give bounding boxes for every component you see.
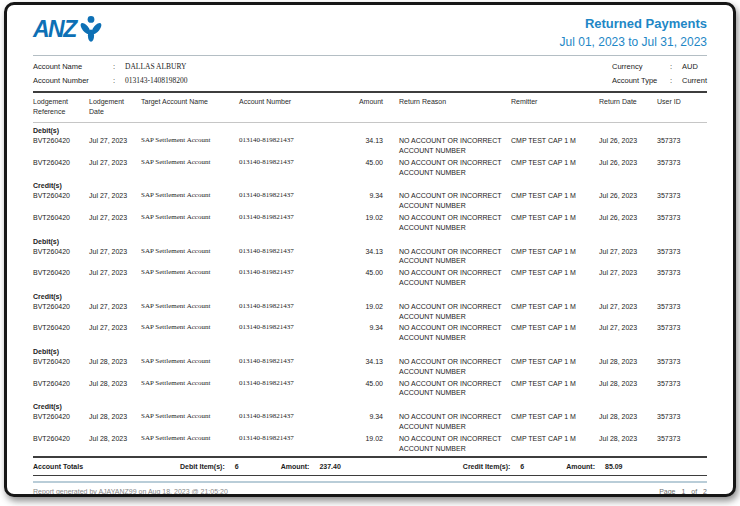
account-info-left: Account Name : DALLAS ALBURY Account Num… xyxy=(33,60,188,87)
anz-lotus-icon xyxy=(79,15,103,42)
cell-user-id: 357373 xyxy=(657,302,709,322)
report-footer: Report generated by AJAYANZ99 on Aug 18,… xyxy=(33,483,707,497)
cell-target-account-name: SAP Settlement Account xyxy=(141,379,239,399)
cell-user-id: 357373 xyxy=(657,268,709,288)
cell-return-date: Jul 27, 2023 xyxy=(599,302,657,322)
cell-user-id: 357373 xyxy=(657,191,709,211)
cell-return-date: Jul 26, 2023 xyxy=(599,191,657,211)
cell-lodgement-date: Jul 27, 2023 xyxy=(89,136,141,156)
cell-user-id: 357373 xyxy=(657,434,709,454)
cell-lodgement-reference: BVT260420 xyxy=(33,412,89,432)
section-label: Credit(s) xyxy=(33,178,707,190)
account-totals-row: Account Totals Debit Item(s): 6 Amount: … xyxy=(33,456,707,476)
section-label: Debit(s) xyxy=(33,344,707,356)
cell-remitter: CMP TEST CAP 1 M xyxy=(511,379,599,399)
credit-items-label: Credit Item(s): xyxy=(463,463,510,470)
cell-target-account-name: SAP Settlement Account xyxy=(141,412,239,432)
cell-remitter: CMP TEST CAP 1 M xyxy=(511,191,599,211)
cell-user-id: 357373 xyxy=(657,136,709,156)
cell-return-date: Jul 28, 2023 xyxy=(599,434,657,454)
cell-remitter: CMP TEST CAP 1 M xyxy=(511,268,599,288)
cell-target-account-name: SAP Settlement Account xyxy=(141,357,239,377)
cell-remitter: CMP TEST CAP 1 M xyxy=(511,357,599,377)
column-header-remitter: Remitter xyxy=(511,97,599,117)
cell-user-id: 357373 xyxy=(657,323,709,343)
cell-amount: 9.34 xyxy=(339,323,399,343)
cell-amount: 19.02 xyxy=(339,302,399,322)
cell-return-date: Jul 27, 2023 xyxy=(599,268,657,288)
table-header-row: Lodgement ReferenceLodgement DateTarget … xyxy=(33,93,707,123)
colon: : xyxy=(113,60,125,74)
account-type-label: Account Type xyxy=(612,74,670,88)
cell-target-account-name: SAP Settlement Account xyxy=(141,268,239,288)
colon: : xyxy=(670,74,682,88)
cell-lodgement-reference: BVT260420 xyxy=(33,268,89,288)
table-row: BVT260420Jul 28, 2023SAP Settlement Acco… xyxy=(33,411,707,433)
account-number-row: Account Number : 013143-1408198200 xyxy=(33,74,188,88)
cell-account-number: 013140-819821437 xyxy=(239,191,339,211)
cell-account-number: 013140-819821437 xyxy=(239,434,339,454)
cell-user-id: 357373 xyxy=(657,412,709,432)
cell-account-number: 013140-819821437 xyxy=(239,213,339,233)
cell-return-reason: NO ACCOUNT OR INCORRECT ACCOUNT NUMBER xyxy=(399,323,511,343)
credit-items-value: 6 xyxy=(520,463,524,470)
cell-return-reason: NO ACCOUNT OR INCORRECT ACCOUNT NUMBER xyxy=(399,302,511,322)
cell-lodgement-date: Jul 27, 2023 xyxy=(89,268,141,288)
cell-amount: 45.00 xyxy=(339,158,399,178)
cell-return-reason: NO ACCOUNT OR INCORRECT ACCOUNT NUMBER xyxy=(399,191,511,211)
cell-lodgement-date: Jul 27, 2023 xyxy=(89,323,141,343)
table-row: BVT260420Jul 27, 2023SAP Settlement Acco… xyxy=(33,267,707,289)
cell-lodgement-reference: BVT260420 xyxy=(33,136,89,156)
cell-amount: 45.00 xyxy=(339,379,399,399)
cell-target-account-name: SAP Settlement Account xyxy=(141,191,239,211)
cell-account-number: 013140-819821437 xyxy=(239,412,339,432)
table-row: BVT260420Jul 27, 2023SAP Settlement Acco… xyxy=(33,301,707,323)
cell-account-number: 013140-819821437 xyxy=(239,357,339,377)
cell-amount: 34.13 xyxy=(339,136,399,156)
cell-lodgement-reference: BVT260420 xyxy=(33,213,89,233)
cell-lodgement-reference: BVT260420 xyxy=(33,434,89,454)
cell-lodgement-reference: BVT260420 xyxy=(33,379,89,399)
footer-row: Report generated by AJAYANZ99 on Aug 18,… xyxy=(33,488,707,495)
table-row: BVT260420Jul 28, 2023SAP Settlement Acco… xyxy=(33,356,707,378)
table-row: BVT260420Jul 27, 2023SAP Settlement Acco… xyxy=(33,135,707,157)
anz-logo-text: ANZ xyxy=(33,16,76,43)
report-page: ANZ Returned Payments Jul 01, 2023 to Ju… xyxy=(4,2,736,497)
cell-return-reason: NO ACCOUNT OR INCORRECT ACCOUNT NUMBER xyxy=(399,434,511,454)
page-of-label: of xyxy=(691,488,697,495)
cell-amount: 45.00 xyxy=(339,268,399,288)
cell-lodgement-reference: BVT260420 xyxy=(33,158,89,178)
cell-lodgement-date: Jul 27, 2023 xyxy=(89,158,141,178)
page-label: Page xyxy=(659,488,675,495)
cell-return-date: Jul 28, 2023 xyxy=(599,379,657,399)
cell-return-date: Jul 26, 2023 xyxy=(599,213,657,233)
colon: : xyxy=(113,74,125,88)
cell-remitter: CMP TEST CAP 1 M xyxy=(511,434,599,454)
cell-target-account-name: SAP Settlement Account xyxy=(141,247,239,267)
cell-amount: 34.13 xyxy=(339,247,399,267)
cell-return-reason: NO ACCOUNT OR INCORRECT ACCOUNT NUMBER xyxy=(399,213,511,233)
cell-user-id: 357373 xyxy=(657,379,709,399)
cell-return-date: Jul 26, 2023 xyxy=(599,136,657,156)
cell-lodgement-date: Jul 28, 2023 xyxy=(89,379,141,399)
cell-target-account-name: SAP Settlement Account xyxy=(141,213,239,233)
account-totals-label: Account Totals xyxy=(33,463,180,470)
cell-return-reason: NO ACCOUNT OR INCORRECT ACCOUNT NUMBER xyxy=(399,379,511,399)
cell-return-date: Jul 27, 2023 xyxy=(599,247,657,267)
cell-return-date: Jul 26, 2023 xyxy=(599,158,657,178)
page-indicator: Page 1 of 2 xyxy=(655,488,707,495)
anz-logo: ANZ xyxy=(33,16,103,43)
cell-lodgement-reference: BVT260420 xyxy=(33,191,89,211)
cell-return-reason: NO ACCOUNT OR INCORRECT ACCOUNT NUMBER xyxy=(399,357,511,377)
cell-lodgement-reference: BVT260420 xyxy=(33,302,89,322)
cell-account-number: 013140-819821437 xyxy=(239,136,339,156)
cell-return-reason: NO ACCOUNT OR INCORRECT ACCOUNT NUMBER xyxy=(399,158,511,178)
cell-lodgement-date: Jul 27, 2023 xyxy=(89,302,141,322)
cell-amount: 19.02 xyxy=(339,434,399,454)
account-type-value: Current xyxy=(682,74,707,88)
cell-lodgement-date: Jul 27, 2023 xyxy=(89,213,141,233)
cell-return-date: Jul 28, 2023 xyxy=(599,357,657,377)
cell-account-number: 013140-819821437 xyxy=(239,158,339,178)
cell-lodgement-reference: BVT260420 xyxy=(33,357,89,377)
account-info: Account Name : DALLAS ALBURY Account Num… xyxy=(33,56,707,91)
